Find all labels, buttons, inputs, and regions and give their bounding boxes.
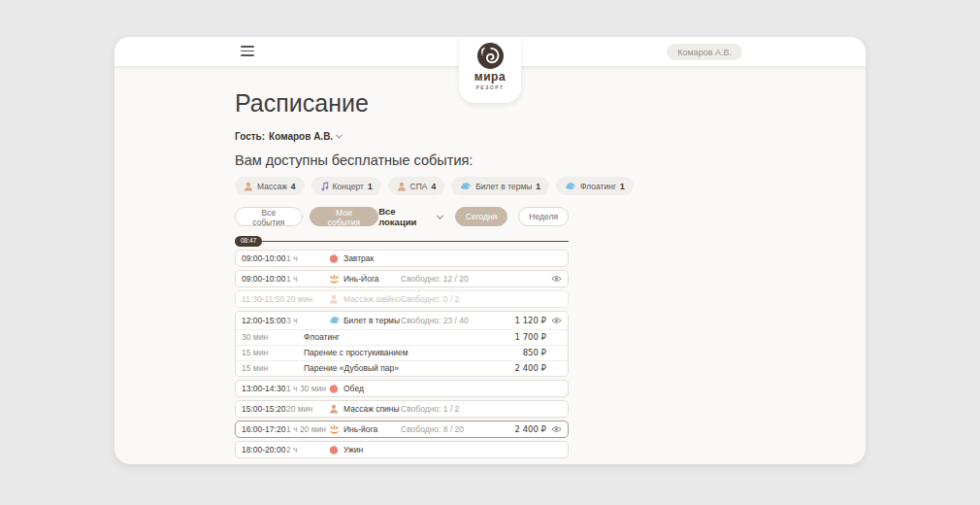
schedule-row[interactable]: 13:00-14:301 ч 30 минОбед bbox=[235, 380, 569, 397]
menu-icon[interactable] bbox=[241, 46, 254, 59]
event-price: 2 400 ₽ bbox=[498, 424, 546, 434]
event-availability: Свободно: 0 / 2 bbox=[401, 294, 498, 304]
event-time: 11:30-11:50 bbox=[242, 294, 286, 304]
event-title: Массаж спины bbox=[343, 404, 401, 414]
event-availability: Свободно: 1 / 2 bbox=[401, 404, 498, 414]
eye-icon[interactable] bbox=[546, 275, 562, 283]
event-availability: Свободно: 23 / 40 bbox=[401, 316, 498, 325]
event-price: 1 120 ₽ bbox=[498, 316, 546, 325]
yoga-icon bbox=[329, 424, 343, 434]
event-duration: 30 мин bbox=[242, 332, 304, 342]
free-events-heading: Вам доступны бесплатные события: bbox=[235, 152, 569, 168]
massage-person-icon bbox=[244, 182, 253, 191]
logo-spiral-icon bbox=[477, 43, 504, 69]
event-title: Парение «Дубовый пар» bbox=[304, 363, 498, 373]
event-time: 09:00-10:00 bbox=[242, 274, 286, 284]
chip-count: 4 bbox=[432, 182, 437, 191]
event-title: Инь-йога bbox=[343, 424, 401, 434]
schedule-row[interactable]: 16:00-17:201 ч 20 минИнь-йогаСвободно: 8… bbox=[235, 421, 569, 438]
meal-icon bbox=[329, 253, 343, 263]
filters-bar: Все события Мои события Все локации Сего… bbox=[235, 206, 569, 227]
chevron-down-icon bbox=[336, 132, 343, 139]
category-chip[interactable]: Билет в термы1 bbox=[451, 177, 549, 195]
schedule-row[interactable]: 11:30-11:5020 минМассаж шейно-воротников… bbox=[235, 290, 569, 308]
schedule-row[interactable]: 09:00-10:001 чЗавтрак bbox=[235, 250, 569, 267]
event-time: 18:00-20:00 bbox=[242, 445, 286, 454]
schedule-row[interactable]: 09:00-10:001 чИнь-ЙогаСвободно: 12 / 20 bbox=[235, 270, 569, 287]
locations-dropdown[interactable]: Все локации bbox=[378, 206, 442, 227]
event-availability: Свободно: 8 / 20 bbox=[401, 424, 498, 434]
today-button[interactable]: Сегодня bbox=[455, 207, 508, 226]
schedule-sub-row[interactable]: 30 минФлоатинг1 700 ₽ bbox=[236, 329, 568, 345]
category-chip[interactable]: Флоатинг1 bbox=[556, 177, 634, 195]
eye-icon[interactable] bbox=[546, 317, 562, 324]
main-content: Расписание Гость: Комаров А.В. Вам досту… bbox=[235, 66, 569, 458]
wave-icon bbox=[460, 182, 472, 190]
logo-subtitle: РЕЗОРТ bbox=[475, 85, 504, 90]
app-header: мира РЕЗОРТ Комаров А.В. bbox=[114, 37, 866, 66]
chip-count: 4 bbox=[291, 182, 296, 191]
event-duration: 1 ч bbox=[286, 274, 329, 284]
event-title: Парение с простукиванием bbox=[304, 348, 498, 357]
event-time: 16:00-17:20 bbox=[242, 424, 286, 434]
event-duration: 15 мин bbox=[242, 348, 304, 357]
my-events-button[interactable]: Мои события bbox=[310, 207, 379, 226]
week-button[interactable]: Неделя bbox=[518, 207, 569, 226]
app-card: мира РЕЗОРТ Комаров А.В. Расписание Гост… bbox=[114, 37, 866, 464]
current-time-badge: 08:47 bbox=[235, 236, 262, 247]
event-duration: 20 мин bbox=[286, 294, 329, 304]
event-title: Завтрак bbox=[343, 253, 401, 263]
event-duration: 15 мин bbox=[242, 363, 304, 373]
event-duration: 1 ч 20 мин bbox=[286, 424, 329, 434]
chip-label: Билет в термы bbox=[475, 182, 532, 191]
period-toggle: Сегодня Неделя bbox=[455, 207, 569, 226]
schedule-row[interactable]: 18:00-20:002 чУжин bbox=[235, 441, 569, 458]
category-chip[interactable]: Массаж4 bbox=[235, 177, 305, 195]
current-time-marker: 08:47 bbox=[235, 236, 569, 247]
event-title: Билет в термы bbox=[343, 316, 401, 325]
logo: мира РЕЗОРТ bbox=[459, 37, 521, 103]
chip-count: 1 bbox=[536, 182, 540, 191]
yoga-icon bbox=[329, 274, 343, 284]
schedule-group: 12:00-15:003 чБилет в термыСвободно: 23 … bbox=[235, 311, 569, 377]
logo-title: мира bbox=[474, 71, 506, 83]
category-chip[interactable]: Концерт1 bbox=[311, 177, 381, 195]
event-time: 13:00-14:30 bbox=[242, 384, 286, 393]
locations-label: Все локации bbox=[378, 206, 433, 227]
event-duration: 20 мин bbox=[286, 404, 329, 414]
chip-count: 1 bbox=[620, 182, 625, 191]
event-duration: 1 ч bbox=[286, 253, 329, 263]
event-title: Инь-Йога bbox=[343, 274, 401, 284]
meal-icon bbox=[329, 384, 343, 393]
event-title: Ужин bbox=[343, 445, 401, 454]
event-title: Массаж шейно-воротниковой зоны bbox=[343, 294, 401, 304]
guest-name: Комаров А.В. bbox=[269, 131, 333, 142]
category-chip[interactable]: СПА4 bbox=[388, 177, 445, 195]
schedule-row[interactable]: 15:00-15:2020 минМассаж спиныСвободно: 1… bbox=[235, 400, 569, 418]
chip-label: Массаж bbox=[257, 182, 287, 191]
event-duration: 3 ч bbox=[286, 316, 329, 325]
all-events-button[interactable]: Все события bbox=[235, 207, 303, 226]
user-badge[interactable]: Комаров А.В. bbox=[667, 44, 742, 60]
category-chips: Массаж4Концерт1СПА4Билет в термы1Флоатин… bbox=[235, 177, 569, 195]
chip-label: Флоатинг bbox=[580, 182, 616, 191]
wave-icon bbox=[329, 316, 343, 324]
schedule-list: 09:00-10:001 чЗавтрак09:00-10:001 чИнь-Й… bbox=[235, 250, 569, 458]
meal-icon bbox=[329, 445, 343, 454]
event-time: 12:00-15:00 bbox=[242, 316, 286, 325]
event-price: 1 700 ₽ bbox=[498, 332, 546, 342]
massage-person-icon bbox=[329, 404, 343, 414]
eye-icon[interactable] bbox=[546, 425, 562, 433]
spa-person-icon bbox=[397, 182, 407, 191]
chip-count: 1 bbox=[368, 182, 373, 191]
event-title: Флоатинг bbox=[304, 332, 498, 342]
event-time: 15:00-15:20 bbox=[242, 404, 286, 414]
event-availability: Свободно: 12 / 20 bbox=[401, 274, 498, 284]
massage-person-icon bbox=[329, 294, 343, 304]
guest-selector[interactable]: Гость: Комаров А.В. bbox=[235, 131, 569, 142]
schedule-sub-row[interactable]: 15 минПарение «Дубовый пар»2 400 ₽ bbox=[236, 360, 568, 376]
schedule-row[interactable]: 12:00-15:003 чБилет в термыСвободно: 23 … bbox=[236, 312, 568, 329]
schedule-sub-row[interactable]: 15 минПарение с простукиванием850 ₽ bbox=[236, 345, 568, 360]
chip-label: Концерт bbox=[333, 182, 364, 191]
event-title: Обед bbox=[343, 384, 401, 393]
